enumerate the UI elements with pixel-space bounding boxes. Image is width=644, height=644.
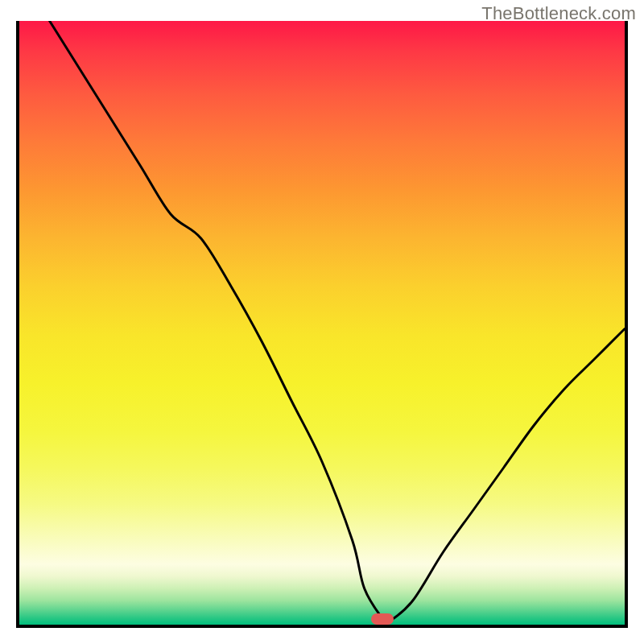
curve-layer [19, 21, 625, 625]
bottleneck-curve [50, 21, 625, 624]
bottleneck-chart: TheBottleneck.com [0, 0, 644, 644]
plot-area [16, 21, 628, 628]
optimal-marker [371, 613, 394, 625]
